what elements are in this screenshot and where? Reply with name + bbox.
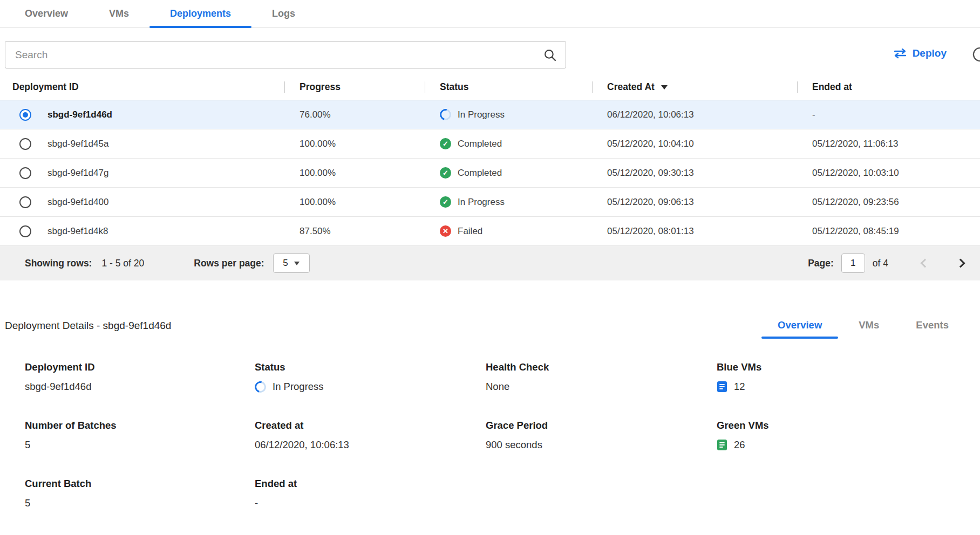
row-select-radio[interactable] — [19, 109, 31, 121]
deployment-id-text: sbgd-9ef1d47g — [47, 168, 108, 179]
column-header-status[interactable]: Status — [425, 74, 592, 100]
field-current-batch: Current Batch 5 — [25, 478, 255, 509]
field-grace-period: Grace Period 900 seconds — [486, 420, 717, 451]
toolbar: Deploy — [0, 28, 980, 74]
column-header-progress[interactable]: Progress — [284, 74, 425, 100]
tab-logs[interactable]: Logs — [251, 0, 316, 28]
rows-per-page-value: 5 — [283, 258, 288, 269]
deploy-icon — [893, 48, 907, 59]
field-health-check: Health Check None — [486, 361, 717, 393]
green-vms-count: 26 — [734, 439, 745, 451]
green-vm-icon — [717, 439, 727, 451]
table-row[interactable]: sbgd-9ef1d45a 100.00% Completed 05/12/20… — [0, 129, 980, 159]
search-box — [5, 41, 566, 68]
table-footer: Showing rows: 1 - 5 of 20 Rows per page:… — [0, 246, 980, 280]
field-label: Current Batch — [25, 478, 255, 490]
details-tab-vms[interactable]: VMs — [840, 319, 897, 339]
in-progress-icon — [253, 379, 268, 395]
field-green-vms: Green VMs 26 — [717, 420, 967, 451]
status-text: Completed — [458, 168, 502, 179]
row-select-radio[interactable] — [19, 167, 31, 179]
details-tab-overview[interactable]: Overview — [759, 319, 840, 339]
progress-cell: 76.00% — [284, 109, 425, 120]
status-icon — [440, 225, 451, 237]
deployment-id-text: sbgd-9ef1d46d — [47, 109, 112, 120]
status-icon — [440, 138, 451, 149]
progress-cell: 100.00% — [284, 139, 425, 149]
field-label: Status — [255, 361, 486, 373]
field-value: 12 — [717, 381, 967, 393]
deployment-id-text: sbgd-9ef1d400 — [47, 197, 108, 208]
field-value: 26 — [717, 439, 967, 451]
deployment-id-cell: sbgd-9ef1d400 — [0, 196, 284, 208]
blue-vm-icon — [717, 381, 727, 393]
field-label: Ended at — [255, 478, 486, 490]
tab-deployments[interactable]: Deployments — [149, 0, 251, 28]
column-header-ended-at[interactable]: Ended at — [797, 74, 980, 100]
status-cell: In Progress — [425, 109, 592, 120]
field-deployment-id: Deployment ID sbgd-9ef1d46d — [25, 361, 255, 393]
status-icon — [440, 196, 451, 208]
table-row[interactable]: sbgd-9ef1d47g 100.00% Completed 05/12/20… — [0, 159, 980, 188]
field-value: In Progress — [255, 381, 486, 393]
field-label: Number of Batches — [25, 420, 255, 431]
row-select-radio[interactable] — [19, 138, 31, 150]
showing-rows-label: Showing rows: — [25, 258, 92, 269]
field-status: Status In Progress — [255, 361, 486, 393]
table-row[interactable]: sbgd-9ef1d46d 76.00% In Progress 06/12/2… — [0, 100, 980, 129]
sort-desc-icon[interactable] — [661, 85, 668, 90]
field-label: Grace Period — [486, 420, 717, 431]
search-icon[interactable] — [543, 49, 557, 62]
deployment-id-text: sbgd-9ef1d4k8 — [47, 226, 108, 237]
field-label: Blue VMs — [717, 361, 967, 373]
refresh-icon[interactable] — [971, 46, 980, 63]
row-select-radio[interactable] — [19, 196, 31, 208]
field-value: 5 — [25, 497, 255, 509]
details-tab-events[interactable]: Events — [897, 319, 967, 339]
deployment-id-text: sbgd-9ef1d45a — [47, 139, 108, 149]
column-header-created-at[interactable]: Created At — [592, 74, 797, 100]
status-cell: Completed — [425, 167, 592, 179]
page-label: Page: — [808, 258, 834, 269]
status-text: In Progress — [458, 109, 505, 120]
status-icon — [438, 107, 453, 122]
ended-at-cell: 05/12/2020, 09:23:56 — [797, 197, 980, 208]
tab-overview[interactable]: Overview — [4, 0, 89, 28]
next-page-icon[interactable] — [956, 259, 965, 268]
details-tabs: Overview VMs Events — [759, 319, 967, 339]
rows-per-page-select[interactable]: 5 — [273, 253, 310, 273]
table-row[interactable]: sbgd-9ef1d400 100.00% In Progress 05/12/… — [0, 188, 980, 217]
status-cell: Completed — [425, 138, 592, 149]
status-cell: In Progress — [425, 196, 592, 208]
page-number-input[interactable] — [841, 253, 865, 273]
table-row[interactable]: sbgd-9ef1d4k8 87.50% Failed 05/12/2020, … — [0, 217, 980, 246]
deploy-button[interactable]: Deploy — [893, 47, 947, 59]
deployments-table: Deployment ID Progress Status Created At… — [0, 74, 980, 280]
deployment-id-cell: sbgd-9ef1d4k8 — [0, 225, 284, 237]
main-tabs: Overview VMs Deployments Logs — [0, 0, 980, 28]
field-value: None — [486, 381, 717, 393]
progress-cell: 100.00% — [284, 197, 425, 208]
tab-vms[interactable]: VMs — [89, 0, 149, 28]
created-at-cell: 06/12/2020, 10:06:13 — [592, 109, 797, 120]
row-select-radio[interactable] — [19, 225, 31, 237]
deployment-id-cell: sbgd-9ef1d46d — [0, 109, 284, 121]
column-header-deployment-id[interactable]: Deployment ID — [0, 74, 284, 100]
column-header-label: Created At — [607, 81, 655, 93]
field-number-of-batches: Number of Batches 5 — [25, 420, 255, 451]
blue-vms-count: 12 — [734, 381, 745, 393]
page-count: of 4 — [873, 258, 888, 269]
details-header: Deployment Details - sbgd-9ef1d46d Overv… — [5, 319, 967, 339]
field-label: Deployment ID — [25, 361, 255, 373]
previous-page-icon[interactable] — [921, 259, 930, 268]
deployment-id-cell: sbgd-9ef1d47g — [0, 167, 284, 179]
rows-per-page-label: Rows per page: — [194, 258, 264, 269]
status-text: In Progress — [273, 381, 324, 393]
field-value: 900 seconds — [486, 439, 717, 451]
field-value: - — [255, 497, 486, 509]
deployment-id-cell: sbgd-9ef1d45a — [0, 138, 284, 150]
search-input[interactable] — [5, 42, 566, 68]
field-label: Health Check — [486, 361, 717, 373]
status-text: Completed — [458, 139, 502, 149]
deployment-details-section: Deployment Details - sbgd-9ef1d46d Overv… — [0, 319, 980, 509]
